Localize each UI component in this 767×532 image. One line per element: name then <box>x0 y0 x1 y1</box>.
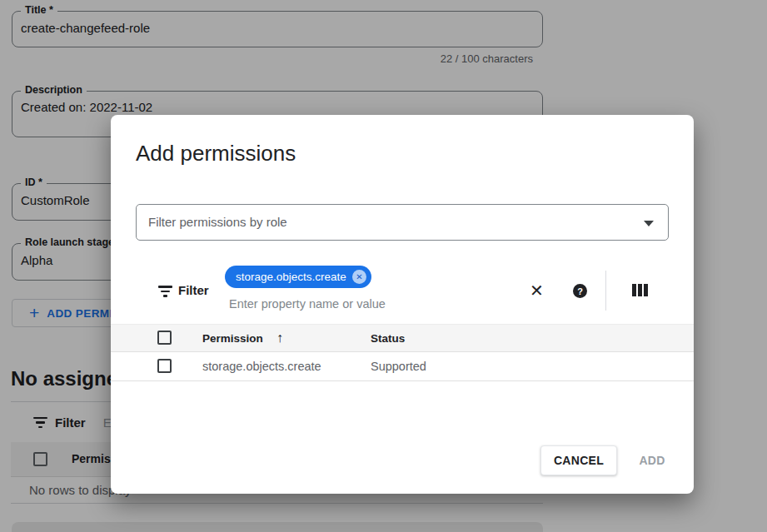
status-column-header[interactable]: Status <box>371 332 405 345</box>
dialog-title: Add permissions <box>136 141 296 167</box>
filter-input[interactable]: Enter property name or value <box>229 297 386 311</box>
row-checkbox[interactable] <box>157 359 172 373</box>
chip-remove-icon[interactable]: ✕ <box>352 270 366 284</box>
role-filter-dropdown[interactable]: Filter permissions by role <box>136 204 669 241</box>
column-display-icon[interactable] <box>632 284 648 296</box>
filter-icon <box>158 286 172 297</box>
add-permissions-dialog: Add permissions Filter permissions by ro… <box>111 115 694 494</box>
permission-column-header[interactable]: Permission <box>202 332 263 345</box>
filter-label: Filter <box>178 283 209 297</box>
table-row[interactable]: storage.objects.create Supported <box>111 352 694 381</box>
toolbar-divider <box>605 271 606 311</box>
filter-chip-text: storage.objects.create <box>236 271 346 283</box>
dialog-table-header: Permission ↑ Status <box>111 324 694 352</box>
select-all-checkbox[interactable] <box>157 331 172 345</box>
row-permission: storage.objects.create <box>202 360 321 373</box>
dropdown-arrow-icon <box>644 221 654 226</box>
add-button[interactable]: ADD <box>627 445 677 475</box>
clear-filter-icon[interactable]: ✕ <box>530 281 544 301</box>
role-filter-placeholder: Filter permissions by role <box>148 205 287 240</box>
sort-ascending-icon[interactable]: ↑ <box>276 331 283 346</box>
row-status: Supported <box>371 360 426 373</box>
cancel-button[interactable]: CANCEL <box>540 445 617 475</box>
help-icon[interactable]: ? <box>573 284 587 298</box>
filter-chip[interactable]: storage.objects.create ✕ <box>225 266 371 288</box>
